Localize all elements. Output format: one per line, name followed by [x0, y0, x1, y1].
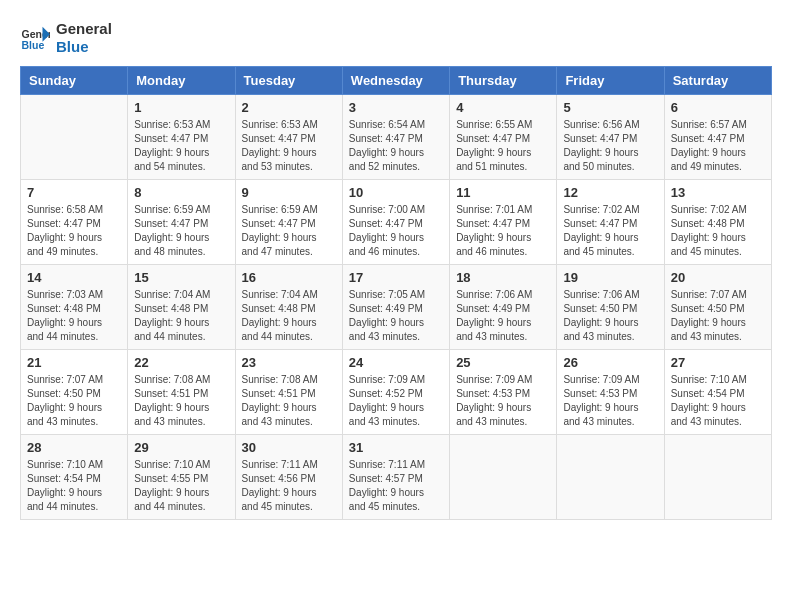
day-number: 18 — [456, 270, 550, 285]
logo-line2: Blue — [56, 38, 112, 56]
calendar-cell: 9Sunrise: 6:59 AMSunset: 4:47 PMDaylight… — [235, 180, 342, 265]
calendar-cell: 23Sunrise: 7:08 AMSunset: 4:51 PMDayligh… — [235, 350, 342, 435]
logo-icon: General Blue — [20, 23, 50, 53]
cell-info: Sunrise: 7:09 AMSunset: 4:53 PMDaylight:… — [456, 373, 550, 429]
day-number: 21 — [27, 355, 121, 370]
day-number: 1 — [134, 100, 228, 115]
calendar-cell: 14Sunrise: 7:03 AMSunset: 4:48 PMDayligh… — [21, 265, 128, 350]
cell-info: Sunrise: 7:09 AMSunset: 4:53 PMDaylight:… — [563, 373, 657, 429]
header-sunday: Sunday — [21, 67, 128, 95]
cell-info: Sunrise: 7:08 AMSunset: 4:51 PMDaylight:… — [242, 373, 336, 429]
day-number: 12 — [563, 185, 657, 200]
day-number: 25 — [456, 355, 550, 370]
cell-info: Sunrise: 7:11 AMSunset: 4:57 PMDaylight:… — [349, 458, 443, 514]
cell-info: Sunrise: 7:05 AMSunset: 4:49 PMDaylight:… — [349, 288, 443, 344]
calendar-cell: 1Sunrise: 6:53 AMSunset: 4:47 PMDaylight… — [128, 95, 235, 180]
header-monday: Monday — [128, 67, 235, 95]
header-wednesday: Wednesday — [342, 67, 449, 95]
day-number: 13 — [671, 185, 765, 200]
calendar-cell: 10Sunrise: 7:00 AMSunset: 4:47 PMDayligh… — [342, 180, 449, 265]
cell-info: Sunrise: 7:02 AMSunset: 4:47 PMDaylight:… — [563, 203, 657, 259]
calendar-cell: 18Sunrise: 7:06 AMSunset: 4:49 PMDayligh… — [450, 265, 557, 350]
calendar-cell: 20Sunrise: 7:07 AMSunset: 4:50 PMDayligh… — [664, 265, 771, 350]
cell-info: Sunrise: 7:06 AMSunset: 4:50 PMDaylight:… — [563, 288, 657, 344]
calendar-cell: 11Sunrise: 7:01 AMSunset: 4:47 PMDayligh… — [450, 180, 557, 265]
day-number: 2 — [242, 100, 336, 115]
calendar-cell: 6Sunrise: 6:57 AMSunset: 4:47 PMDaylight… — [664, 95, 771, 180]
cell-info: Sunrise: 6:55 AMSunset: 4:47 PMDaylight:… — [456, 118, 550, 174]
week-row-0: 1Sunrise: 6:53 AMSunset: 4:47 PMDaylight… — [21, 95, 772, 180]
calendar-cell: 2Sunrise: 6:53 AMSunset: 4:47 PMDaylight… — [235, 95, 342, 180]
cell-info: Sunrise: 6:57 AMSunset: 4:47 PMDaylight:… — [671, 118, 765, 174]
logo: General Blue General Blue — [20, 20, 112, 56]
cell-info: Sunrise: 7:09 AMSunset: 4:52 PMDaylight:… — [349, 373, 443, 429]
calendar-cell: 15Sunrise: 7:04 AMSunset: 4:48 PMDayligh… — [128, 265, 235, 350]
calendar-cell: 8Sunrise: 6:59 AMSunset: 4:47 PMDaylight… — [128, 180, 235, 265]
calendar-cell: 13Sunrise: 7:02 AMSunset: 4:48 PMDayligh… — [664, 180, 771, 265]
week-row-2: 14Sunrise: 7:03 AMSunset: 4:48 PMDayligh… — [21, 265, 772, 350]
day-number: 24 — [349, 355, 443, 370]
calendar-table: SundayMondayTuesdayWednesdayThursdayFrid… — [20, 66, 772, 520]
day-number: 10 — [349, 185, 443, 200]
day-number: 20 — [671, 270, 765, 285]
calendar-cell: 21Sunrise: 7:07 AMSunset: 4:50 PMDayligh… — [21, 350, 128, 435]
day-number: 30 — [242, 440, 336, 455]
cell-info: Sunrise: 6:54 AMSunset: 4:47 PMDaylight:… — [349, 118, 443, 174]
cell-info: Sunrise: 7:10 AMSunset: 4:54 PMDaylight:… — [27, 458, 121, 514]
calendar-cell: 24Sunrise: 7:09 AMSunset: 4:52 PMDayligh… — [342, 350, 449, 435]
header-saturday: Saturday — [664, 67, 771, 95]
calendar-cell: 19Sunrise: 7:06 AMSunset: 4:50 PMDayligh… — [557, 265, 664, 350]
day-number: 19 — [563, 270, 657, 285]
day-number: 9 — [242, 185, 336, 200]
calendar-cell: 28Sunrise: 7:10 AMSunset: 4:54 PMDayligh… — [21, 435, 128, 520]
day-number: 5 — [563, 100, 657, 115]
calendar-cell: 29Sunrise: 7:10 AMSunset: 4:55 PMDayligh… — [128, 435, 235, 520]
header-tuesday: Tuesday — [235, 67, 342, 95]
day-number: 29 — [134, 440, 228, 455]
calendar-cell — [664, 435, 771, 520]
svg-text:Blue: Blue — [22, 39, 45, 51]
day-number: 16 — [242, 270, 336, 285]
cell-info: Sunrise: 7:03 AMSunset: 4:48 PMDaylight:… — [27, 288, 121, 344]
day-number: 4 — [456, 100, 550, 115]
day-number: 27 — [671, 355, 765, 370]
cell-info: Sunrise: 7:07 AMSunset: 4:50 PMDaylight:… — [27, 373, 121, 429]
week-row-3: 21Sunrise: 7:07 AMSunset: 4:50 PMDayligh… — [21, 350, 772, 435]
day-number: 11 — [456, 185, 550, 200]
cell-info: Sunrise: 6:59 AMSunset: 4:47 PMDaylight:… — [134, 203, 228, 259]
week-row-1: 7Sunrise: 6:58 AMSunset: 4:47 PMDaylight… — [21, 180, 772, 265]
calendar-cell: 26Sunrise: 7:09 AMSunset: 4:53 PMDayligh… — [557, 350, 664, 435]
header-thursday: Thursday — [450, 67, 557, 95]
day-number: 26 — [563, 355, 657, 370]
day-number: 17 — [349, 270, 443, 285]
cell-info: Sunrise: 7:11 AMSunset: 4:56 PMDaylight:… — [242, 458, 336, 514]
calendar-cell: 16Sunrise: 7:04 AMSunset: 4:48 PMDayligh… — [235, 265, 342, 350]
cell-info: Sunrise: 7:04 AMSunset: 4:48 PMDaylight:… — [242, 288, 336, 344]
calendar-cell — [557, 435, 664, 520]
cell-info: Sunrise: 7:00 AMSunset: 4:47 PMDaylight:… — [349, 203, 443, 259]
cell-info: Sunrise: 6:53 AMSunset: 4:47 PMDaylight:… — [134, 118, 228, 174]
day-number: 8 — [134, 185, 228, 200]
day-number: 22 — [134, 355, 228, 370]
calendar-cell: 4Sunrise: 6:55 AMSunset: 4:47 PMDaylight… — [450, 95, 557, 180]
cell-info: Sunrise: 7:01 AMSunset: 4:47 PMDaylight:… — [456, 203, 550, 259]
cell-info: Sunrise: 7:08 AMSunset: 4:51 PMDaylight:… — [134, 373, 228, 429]
week-row-4: 28Sunrise: 7:10 AMSunset: 4:54 PMDayligh… — [21, 435, 772, 520]
logo-line1: General — [56, 20, 112, 38]
day-number: 15 — [134, 270, 228, 285]
page-header: General Blue General Blue — [20, 20, 772, 56]
calendar-cell: 7Sunrise: 6:58 AMSunset: 4:47 PMDaylight… — [21, 180, 128, 265]
calendar-cell: 27Sunrise: 7:10 AMSunset: 4:54 PMDayligh… — [664, 350, 771, 435]
cell-info: Sunrise: 6:58 AMSunset: 4:47 PMDaylight:… — [27, 203, 121, 259]
calendar-cell: 30Sunrise: 7:11 AMSunset: 4:56 PMDayligh… — [235, 435, 342, 520]
calendar-cell: 31Sunrise: 7:11 AMSunset: 4:57 PMDayligh… — [342, 435, 449, 520]
calendar-header-row: SundayMondayTuesdayWednesdayThursdayFrid… — [21, 67, 772, 95]
cell-info: Sunrise: 6:56 AMSunset: 4:47 PMDaylight:… — [563, 118, 657, 174]
cell-info: Sunrise: 7:06 AMSunset: 4:49 PMDaylight:… — [456, 288, 550, 344]
header-friday: Friday — [557, 67, 664, 95]
cell-info: Sunrise: 6:59 AMSunset: 4:47 PMDaylight:… — [242, 203, 336, 259]
cell-info: Sunrise: 7:10 AMSunset: 4:55 PMDaylight:… — [134, 458, 228, 514]
day-number: 31 — [349, 440, 443, 455]
calendar-cell: 12Sunrise: 7:02 AMSunset: 4:47 PMDayligh… — [557, 180, 664, 265]
cell-info: Sunrise: 7:07 AMSunset: 4:50 PMDaylight:… — [671, 288, 765, 344]
